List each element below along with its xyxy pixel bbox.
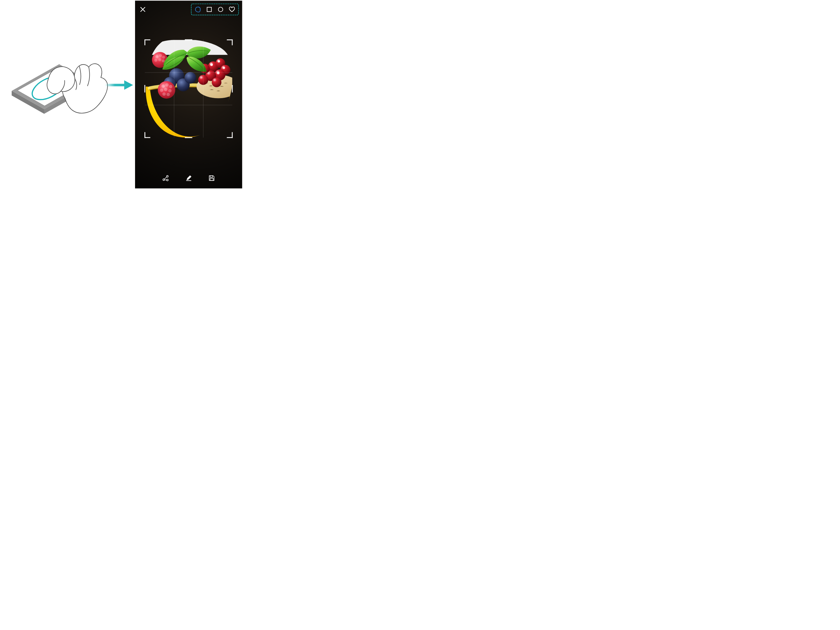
svg-rect-46 xyxy=(210,178,213,181)
app-screenshot xyxy=(135,0,242,188)
crop-handle-br[interactable] xyxy=(227,132,232,138)
crop-handle-tr[interactable] xyxy=(227,39,232,45)
svg-point-28 xyxy=(169,85,172,88)
svg-rect-45 xyxy=(210,176,212,177)
crop-handle-left[interactable] xyxy=(144,85,145,93)
figure-stage xyxy=(0,0,252,189)
grid-line xyxy=(174,40,174,137)
crop-frame[interactable] xyxy=(145,40,232,137)
svg-point-20 xyxy=(212,77,221,87)
circle-shape-button[interactable] xyxy=(217,6,224,13)
bottom-toolbar xyxy=(135,169,242,188)
svg-point-36 xyxy=(159,54,162,57)
close-button[interactable] xyxy=(139,6,147,13)
svg-point-31 xyxy=(168,89,171,92)
svg-point-40 xyxy=(162,60,165,63)
pencil-icon xyxy=(185,175,192,181)
crop-handle-bl[interactable] xyxy=(144,132,150,138)
shape-picker-highlight xyxy=(191,4,239,16)
svg-point-6 xyxy=(218,7,223,12)
svg-point-37 xyxy=(162,55,165,58)
crop-handle-top[interactable] xyxy=(185,39,192,40)
share-button[interactable] xyxy=(162,174,170,182)
close-icon xyxy=(141,7,145,12)
svg-point-39 xyxy=(158,58,161,62)
top-bar xyxy=(135,0,242,18)
heart-shape-icon xyxy=(229,7,235,12)
edit-button[interactable] xyxy=(185,174,193,182)
heart-shape-button[interactable] xyxy=(228,6,235,13)
crop-handle-bottom[interactable] xyxy=(185,137,192,138)
save-icon xyxy=(208,175,215,181)
crop-handle-tl[interactable] xyxy=(144,39,150,45)
svg-point-12 xyxy=(185,72,196,84)
svg-point-38 xyxy=(154,59,157,62)
svg-point-23 xyxy=(223,67,225,69)
cropped-photo xyxy=(145,40,232,137)
square-shape-button[interactable] xyxy=(205,6,213,13)
svg-point-26 xyxy=(161,84,165,88)
share-icon xyxy=(162,175,169,181)
gesture-illustration xyxy=(10,47,112,130)
svg-point-35 xyxy=(156,55,159,58)
svg-point-21 xyxy=(210,63,213,66)
grid-line xyxy=(145,73,232,73)
arrow-right xyxy=(105,80,133,91)
svg-rect-44 xyxy=(186,180,191,181)
svg-point-27 xyxy=(165,83,169,87)
freeform-shape-button[interactable] xyxy=(194,6,201,13)
svg-point-33 xyxy=(166,93,170,96)
save-button[interactable] xyxy=(208,174,216,182)
square-shape-icon xyxy=(207,7,212,12)
grid-line xyxy=(203,40,204,137)
freeform-shape-icon xyxy=(195,6,201,12)
svg-point-29 xyxy=(160,88,163,92)
svg-point-24 xyxy=(217,72,220,74)
svg-point-22 xyxy=(218,60,220,63)
crop-handle-right[interactable] xyxy=(232,85,233,93)
svg-rect-5 xyxy=(207,7,212,12)
svg-point-30 xyxy=(164,88,167,91)
circle-shape-icon xyxy=(218,7,223,12)
svg-point-32 xyxy=(162,92,166,96)
